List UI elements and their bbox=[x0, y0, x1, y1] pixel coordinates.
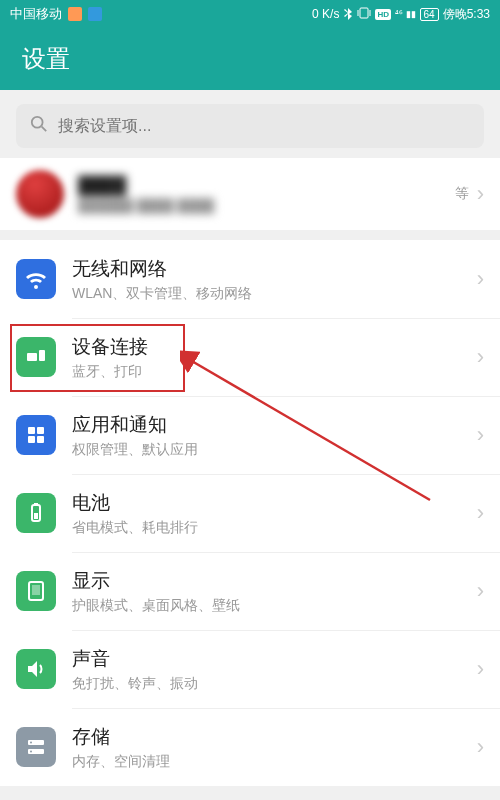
svg-rect-9 bbox=[28, 436, 35, 443]
row-sub: 蓝牙、打印 bbox=[72, 363, 477, 381]
chevron-right-icon: › bbox=[477, 500, 484, 526]
row-sub: WLAN、双卡管理、移动网络 bbox=[72, 285, 477, 303]
chevron-right-icon: › bbox=[477, 578, 484, 604]
hd-icon: HD bbox=[375, 9, 391, 20]
status-time: 傍晚5:33 bbox=[443, 6, 490, 23]
row-sub: 权限管理、默认应用 bbox=[72, 441, 477, 459]
svg-point-18 bbox=[30, 742, 32, 744]
row-battery[interactable]: 电池 省电模式、耗电排行 › bbox=[0, 474, 500, 552]
svg-rect-12 bbox=[34, 503, 38, 505]
row-title: 应用和通知 bbox=[72, 412, 477, 438]
search-input[interactable] bbox=[58, 117, 470, 135]
svg-point-19 bbox=[30, 751, 32, 753]
svg-rect-8 bbox=[37, 427, 44, 434]
svg-rect-5 bbox=[27, 353, 37, 361]
svg-rect-10 bbox=[37, 436, 44, 443]
svg-line-4 bbox=[42, 127, 47, 132]
account-tail: 等 bbox=[455, 185, 469, 203]
row-title: 声音 bbox=[72, 646, 477, 672]
svg-rect-0 bbox=[360, 8, 368, 18]
bluetooth-icon bbox=[343, 6, 353, 23]
svg-rect-6 bbox=[39, 350, 45, 361]
battery-icon bbox=[16, 493, 56, 533]
page-title: 设置 bbox=[22, 43, 70, 75]
row-sub: 免打扰、铃声、振动 bbox=[72, 675, 477, 693]
chevron-right-icon: › bbox=[477, 181, 484, 207]
carrier-label: 中国移动 bbox=[10, 5, 62, 23]
row-wireless-network[interactable]: 无线和网络 WLAN、双卡管理、移动网络 › bbox=[0, 240, 500, 318]
settings-list: 无线和网络 WLAN、双卡管理、移动网络 › 设备连接 蓝牙、打印 › 应用和通… bbox=[0, 240, 500, 786]
svg-rect-15 bbox=[32, 585, 40, 595]
device-connection-icon bbox=[16, 337, 56, 377]
chevron-right-icon: › bbox=[477, 266, 484, 292]
account-name: ████ bbox=[78, 176, 455, 196]
row-title: 电池 bbox=[72, 490, 477, 516]
avatar bbox=[16, 170, 64, 218]
row-device-connection[interactable]: 设备连接 蓝牙、打印 › bbox=[0, 318, 500, 396]
app-icon-1 bbox=[68, 7, 82, 21]
account-sub: ██████ ████ ████ bbox=[78, 198, 455, 213]
page-header: 设置 bbox=[0, 28, 500, 90]
chevron-right-icon: › bbox=[477, 734, 484, 760]
svg-rect-13 bbox=[34, 513, 38, 519]
row-storage[interactable]: 存储 内存、空间清理 › bbox=[0, 708, 500, 786]
account-row[interactable]: ████ ██████ ████ ████ 等 › bbox=[0, 158, 500, 230]
wifi-icon bbox=[16, 259, 56, 299]
row-title: 无线和网络 bbox=[72, 256, 477, 282]
svg-rect-7 bbox=[28, 427, 35, 434]
row-apps-notification[interactable]: 应用和通知 权限管理、默认应用 › bbox=[0, 396, 500, 474]
storage-icon bbox=[16, 727, 56, 767]
row-title: 设备连接 bbox=[72, 334, 477, 360]
search-bar[interactable] bbox=[16, 104, 484, 148]
app-icon-2 bbox=[88, 7, 102, 21]
svg-point-3 bbox=[32, 117, 43, 128]
row-title: 存储 bbox=[72, 724, 477, 750]
vibrate-icon bbox=[357, 7, 371, 22]
row-sub: 内存、空间清理 bbox=[72, 753, 477, 771]
row-title: 显示 bbox=[72, 568, 477, 594]
apps-icon bbox=[16, 415, 56, 455]
row-sub: 护眼模式、桌面风格、壁纸 bbox=[72, 597, 477, 615]
chevron-right-icon: › bbox=[477, 656, 484, 682]
display-icon bbox=[16, 571, 56, 611]
battery-icon: 64 bbox=[420, 8, 439, 21]
net-speed: 0 K/s bbox=[312, 7, 339, 21]
row-sound[interactable]: 声音 免打扰、铃声、振动 › bbox=[0, 630, 500, 708]
sound-icon bbox=[16, 649, 56, 689]
chevron-right-icon: › bbox=[477, 344, 484, 370]
row-sub: 省电模式、耗电排行 bbox=[72, 519, 477, 537]
search-icon bbox=[30, 115, 48, 137]
status-bar: 中国移动 0 K/s HD ⁴⁶ ▮▮ 64 傍晚5:33 bbox=[0, 0, 500, 28]
signal-icon: ⁴⁶ ▮▮ bbox=[395, 9, 416, 19]
row-display[interactable]: 显示 护眼模式、桌面风格、壁纸 › bbox=[0, 552, 500, 630]
chevron-right-icon: › bbox=[477, 422, 484, 448]
